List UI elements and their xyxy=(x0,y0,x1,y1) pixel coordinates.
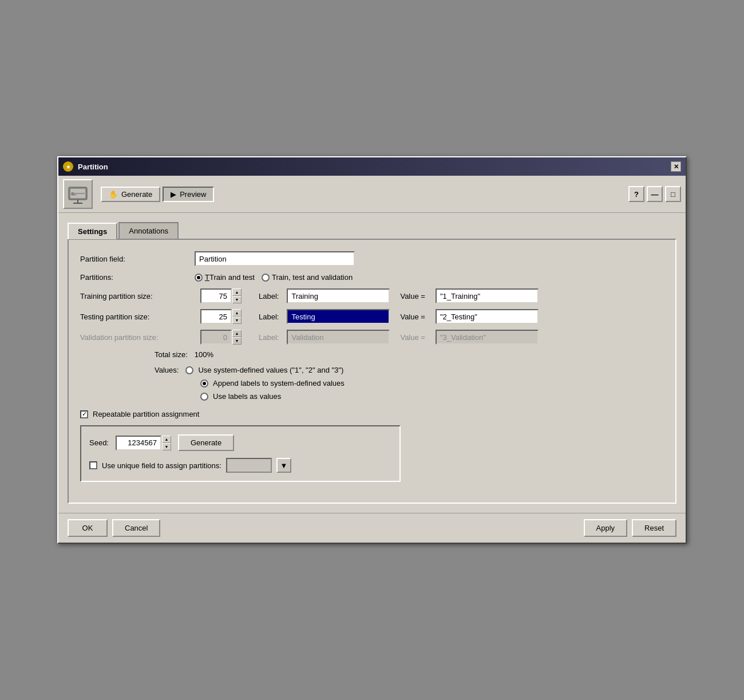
window-icon: ★ xyxy=(63,161,73,172)
settings-tab-content: Partition field: Partitions: TTrain and … xyxy=(68,239,676,504)
unique-field-dropdown-arrow[interactable]: ▼ xyxy=(276,458,291,473)
seed-spinner-btns: ▲ ▼ xyxy=(162,436,171,450)
minimize-label: — xyxy=(651,190,659,199)
validation-partition-label: Validation partition size: xyxy=(80,333,195,342)
tabs: Settings Annotations xyxy=(68,222,676,239)
values-label: Values: xyxy=(155,366,179,374)
unique-field-checkbox[interactable] xyxy=(89,461,97,469)
validation-spinner: ▲ ▼ xyxy=(200,330,242,345)
title-bar: ★ Partition ✕ xyxy=(58,157,686,176)
reset-button[interactable]: Reset xyxy=(632,519,676,537)
training-partition-input[interactable] xyxy=(200,288,232,303)
radio-append-labels-dot xyxy=(203,382,206,385)
training-partition-row: Training partition size: ▲ ▼ Label: Valu… xyxy=(80,288,664,303)
total-size-row: Total size: 100% xyxy=(80,350,664,359)
footer-left: OK Cancel xyxy=(68,519,160,537)
testing-spinner-down[interactable]: ▼ xyxy=(232,317,242,324)
tab-annotations[interactable]: Annotations xyxy=(118,222,179,239)
generate-label: Generate xyxy=(121,190,152,199)
seed-box: Seed: ▲ ▼ Generate Use uniq xyxy=(80,425,401,482)
radio-train-test[interactable]: TTrain and test xyxy=(195,273,255,282)
testing-spinner-up[interactable]: ▲ xyxy=(232,309,242,317)
seed-spinner-up[interactable]: ▲ xyxy=(162,436,171,443)
testing-partition-row: Testing partition size: ▲ ▼ Label: Value… xyxy=(80,309,664,324)
generate-button[interactable]: ✋ Generate xyxy=(101,187,160,202)
close-button[interactable]: ✕ xyxy=(671,161,681,172)
node-icon: ⊞ ↔ xyxy=(63,179,93,209)
radio-use-labels-label: Use labels as values xyxy=(213,392,281,401)
generate-seed-button[interactable]: Generate xyxy=(178,434,234,451)
seed-spinner-down[interactable]: ▼ xyxy=(162,443,171,450)
partition-field-row: Partition field: xyxy=(80,251,664,266)
radio-train-test-validation-circle xyxy=(262,274,270,282)
unique-field-label: Use unique field to assign partitions: xyxy=(102,461,221,470)
partitions-radio-row: Partitions: TTrain and test Train, test … xyxy=(80,273,664,282)
partition-dialog: ★ Partition ✕ ⊞ ↔ ✋ Generate ▶ Preview xyxy=(57,156,687,544)
tab-settings[interactable]: Settings xyxy=(68,223,117,239)
title-bar-left: ★ Partition xyxy=(63,161,108,172)
window-title: Partition xyxy=(78,163,108,171)
seed-row: Seed: ▲ ▼ Generate xyxy=(89,434,391,451)
testing-spinner-btns: ▲ ▼ xyxy=(232,309,242,324)
help-label: ? xyxy=(634,190,639,199)
unique-field-row: Use unique field to assign partitions: ▼ xyxy=(89,458,391,473)
partition-field-input[interactable] xyxy=(195,251,355,266)
training-spinner-down[interactable]: ▼ xyxy=(232,296,242,303)
footer: OK Cancel Apply Reset xyxy=(58,513,686,543)
footer-right: Apply Reset xyxy=(584,519,677,537)
testing-value-input[interactable] xyxy=(436,309,539,324)
values-section: Values: Use system-defined values ("1", … xyxy=(80,366,664,401)
validation-spinner-up: ▲ xyxy=(232,330,242,337)
testing-value-equals: Value = xyxy=(400,313,425,321)
total-size-value: 100% xyxy=(195,350,213,359)
help-button[interactable]: ? xyxy=(628,186,644,202)
unique-field-dropdown xyxy=(226,458,272,473)
testing-partition-input[interactable] xyxy=(200,309,232,324)
radio-append-labels-circle xyxy=(200,379,208,387)
radio-system-defined[interactable]: Use system-defined values ("1", "2" and … xyxy=(185,366,343,374)
seed-input[interactable] xyxy=(116,436,161,450)
preview-button[interactable]: ▶ Preview xyxy=(163,187,214,202)
radio-train-test-dot xyxy=(197,276,200,279)
preview-label: Preview xyxy=(180,190,206,199)
repeatable-checkbox[interactable]: ✓ xyxy=(80,410,88,418)
svg-text:↔: ↔ xyxy=(73,192,77,197)
validation-partition-input xyxy=(200,330,232,345)
validation-spinner-down: ▼ xyxy=(232,337,242,345)
toolbar: ⊞ ↔ ✋ Generate ▶ Preview ? — □ xyxy=(58,176,686,213)
validation-value-input xyxy=(436,330,539,345)
seed-label: Seed: xyxy=(89,438,109,447)
training-label-input[interactable] xyxy=(287,288,390,303)
partitions-radio-group: TTrain and test Train, test and validati… xyxy=(195,273,353,282)
generate-icon: ✋ xyxy=(109,190,118,199)
values-row3: Use labels as values xyxy=(155,392,664,401)
cancel-button[interactable]: Cancel xyxy=(112,519,160,537)
radio-use-labels-circle xyxy=(200,393,208,401)
training-spinner-up[interactable]: ▲ xyxy=(232,288,242,296)
testing-label-input[interactable] xyxy=(287,309,390,324)
testing-partition-label: Testing partition size: xyxy=(80,313,195,321)
radio-train-test-circle xyxy=(195,274,203,282)
radio-append-labels-label: Append labels to system-defined values xyxy=(213,379,345,387)
validation-partition-row: Validation partition size: ▲ ▼ Label: Va… xyxy=(80,330,664,345)
ok-button[interactable]: OK xyxy=(68,519,108,537)
radio-use-labels[interactable]: Use labels as values xyxy=(200,392,281,401)
checkmark-icon: ✓ xyxy=(82,411,87,417)
training-value-input[interactable] xyxy=(436,288,539,303)
training-spinner: ▲ ▼ xyxy=(200,288,242,303)
seed-spinner: ▲ ▼ xyxy=(116,436,171,450)
radio-train-test-validation-label: Train, test and validation xyxy=(272,273,353,282)
minimize-button[interactable]: — xyxy=(647,186,663,202)
dropdown-arrow-icon: ▼ xyxy=(280,461,287,470)
toolbar-right: ? — □ xyxy=(628,186,681,202)
maximize-button[interactable]: □ xyxy=(665,186,681,202)
radio-append-labels[interactable]: Append labels to system-defined values xyxy=(200,379,345,387)
validation-spinner-btns: ▲ ▼ xyxy=(232,330,242,345)
values-row2: Append labels to system-defined values xyxy=(155,379,664,387)
apply-button[interactable]: Apply xyxy=(584,519,628,537)
radio-train-test-validation[interactable]: Train, test and validation xyxy=(262,273,353,282)
testing-label-text: Label: xyxy=(259,313,279,321)
training-partition-label: Training partition size: xyxy=(80,292,195,300)
radio-train-test-label: TTrain and test xyxy=(205,273,255,282)
content-area: Settings Annotations Partition field: Pa… xyxy=(58,213,686,513)
